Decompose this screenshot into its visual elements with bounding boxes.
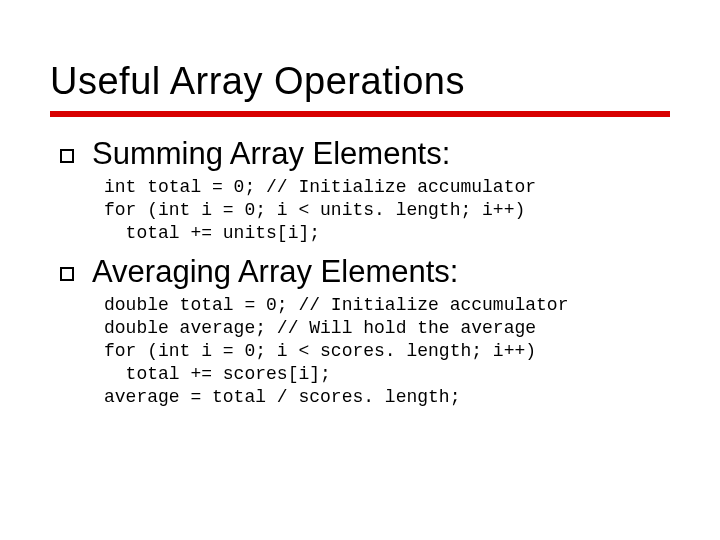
code-block: int total = 0; // Initialize accumulator… — [104, 176, 670, 245]
code-block: double total = 0; // Initialize accumula… — [104, 294, 670, 409]
list-item: Averaging Array Elements: — [60, 253, 670, 292]
item-heading: Summing Array Elements: — [92, 135, 450, 174]
title-underline — [50, 111, 670, 117]
bullet-icon — [60, 149, 74, 163]
slide: Useful Array Operations Summing Array El… — [0, 0, 720, 540]
item-heading: Averaging Array Elements: — [92, 253, 458, 292]
bullet-icon — [60, 267, 74, 281]
list-item: Summing Array Elements: — [60, 135, 670, 174]
slide-content: Summing Array Elements: int total = 0; /… — [50, 135, 670, 409]
slide-title: Useful Array Operations — [50, 60, 670, 103]
